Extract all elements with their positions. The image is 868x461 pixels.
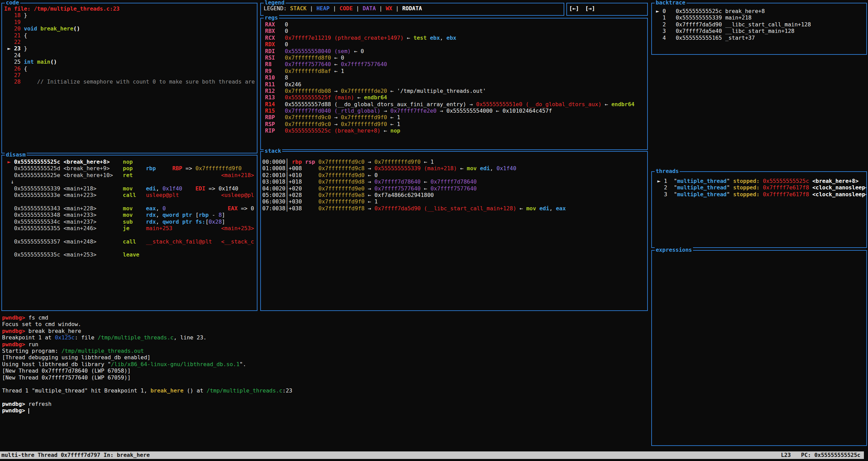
- register-row: R8 0x7ffff7577640 ← 0x7ffff7577640: [265, 61, 646, 67]
- disassembly-line: [4, 245, 255, 251]
- register-row: RBX 0: [265, 28, 646, 34]
- terminal-line: pwndbg>: [2, 407, 865, 414]
- backtrace-list: ► 0 0x55555555525c break_here+8 1 0x5555…: [652, 3, 866, 54]
- backtrace-frame-row: 3 0x7ffff7da5e40 __libc_start_main+128: [653, 28, 866, 34]
- source-code-line: 18 }: [4, 12, 255, 18]
- terminal-line: pwndbg> run: [2, 341, 865, 348]
- terminal-line: [2, 394, 865, 401]
- source-code-line: 25 int main(): [4, 59, 255, 65]
- source-code-line: ► 23 }: [4, 45, 255, 52]
- disassembly-line: 0x55555555525e <break_here+10> ret<main+…: [4, 172, 255, 178]
- disassembly-line: 0x555555555339 <main+218> mov edi, 0x1f4…: [4, 185, 255, 192]
- status-bar-right: L23PC: 0x55555555525c: [771, 451, 860, 459]
- legend-panel: legend LEGEND: STACK | HEAP | CODE | DAT…: [260, 3, 564, 16]
- stack-row: 02:0010│+010 0x7fffffffd9d0 ← 0: [262, 172, 646, 178]
- disassembly-line: [4, 198, 255, 205]
- disassembly-line: 0x55555555525d <break_here+9> pop rbp RB…: [4, 165, 255, 172]
- terminal-line: pwndbg> break break_here: [2, 328, 865, 334]
- disassembly-line: 0x55555555535c <main+253> leave: [4, 251, 255, 258]
- disassembly-line: 0x555555555348 <main+233> mov rdx, qword…: [4, 212, 255, 218]
- backtrace-frame-row: 1 0x555555555339 main+218: [653, 14, 866, 21]
- stack-row: 05:0028│+028 0x7fffffffd9e8 ← 0xf7a4866c…: [262, 192, 646, 198]
- history-back-button[interactable]: [←]: [569, 5, 579, 12]
- status-bar-left: multi-thre Thread 0x7ffff7d797 In: break…: [1, 452, 150, 458]
- status-pc: PC: 0x55555555525c: [801, 452, 860, 458]
- register-row: RBP 0x7fffffffd9c0 → 0x7fffffffd9f0 ← 1: [265, 114, 646, 121]
- status-line-number: L23: [781, 452, 791, 458]
- register-row: R15 0x7ffff7ffd040 (_rtld_global) → 0x7f…: [265, 108, 646, 114]
- source-code-line: 19: [4, 19, 255, 25]
- code-panel: code In file: /tmp/multiple_threads.c:23…: [1, 3, 257, 153]
- stack-row: 03:0018│+018 0x7fffffffd9d8 → 0x7ffff7d7…: [262, 178, 646, 185]
- register-row: R13 0x55555555525f (main) ← endbr64: [265, 94, 646, 101]
- register-row: R9 0x7fffffffd8af ← 1: [265, 68, 646, 74]
- register-row: RSP 0x7fffffffd9c0 → 0x7fffffffd9f0 ← 1: [265, 121, 646, 127]
- disassembly-line: ► 0x55555555525c <break_here+8> nop: [4, 159, 255, 165]
- status-bar: multi-thre Thread 0x7ffff7d797 In: break…: [0, 451, 864, 459]
- registers-panel: regs RAX 0RBX 0RCX 0x7ffff7e11219 (pthre…: [260, 18, 648, 150]
- register-row: RCX 0x7ffff7e11219 (pthread_create+1497)…: [265, 35, 646, 41]
- disassembly-line: 0x55555555533e <main+223> call usleep@pl…: [4, 192, 255, 198]
- terminal-line: Thread 1 "multiple_thread" hit Breakpoin…: [2, 387, 865, 394]
- disassembly-line: 0x555555555355 <main+246> je main+253<ma…: [4, 225, 255, 232]
- stack-listing: 00:0000│ rbp rsp 0x7fffffffd9c0 → 0x7fff…: [261, 152, 647, 310]
- register-row: RAX 0: [265, 21, 646, 28]
- source-code-line: In file: /tmp/multiple_threads.c:23: [4, 5, 255, 12]
- pwndbg-tui: { "panels": { "code": { "title": "code",…: [0, 0, 868, 461]
- register-row: RDX 0: [265, 41, 646, 48]
- terminal-line: [2, 381, 865, 387]
- registers-list: RAX 0RBX 0RCX 0x7ffff7e11219 (pthread_cr…: [261, 18, 647, 149]
- disassembly-line: ↓: [4, 178, 255, 185]
- terminal-line: [New Thread 0x7ffff7d78640 (LWP 67058)]: [2, 367, 865, 374]
- disassembly-line: 0x55555555534c <main+237> sub rdx, qword…: [4, 219, 255, 225]
- source-code-line: 21 {: [4, 32, 255, 39]
- register-row: RSI 0x7fffffffd8f0 ← 0: [265, 54, 646, 61]
- stack-row: 07:0038│+038 0x7fffffffd9f8 → 0x7ffff7da…: [262, 205, 646, 212]
- register-row: R11 0x246: [265, 81, 646, 88]
- disassembly-line: 0x555555555343 <main+228> mov eax, 0EAX …: [4, 205, 255, 212]
- source-code-line: 20 void break_here(): [4, 25, 255, 32]
- register-row: R12 0x7fffffffdb08 → 0x7fffffffde20 ← '/…: [265, 88, 646, 94]
- disassembly-panel: disasm ► 0x55555555525c <break_here+8> n…: [1, 155, 257, 311]
- register-row: R14 0x555555557d88 (__do_global_dtors_au…: [265, 101, 646, 108]
- disassembly-line: 0x555555555357 <main+248> call __stack_c…: [4, 238, 255, 245]
- register-row: RIP 0x55555555525c (break_here+8) ← nop: [265, 127, 646, 134]
- threads-list: ► 1 "multiple_thread" stopped: 0x5555555…: [652, 172, 866, 247]
- stack-row: 06:0030│+030 0x7fffffffd9f0 ← 1: [262, 198, 646, 205]
- terminal-line: Focus set to cmd window.: [2, 321, 865, 327]
- thread-row: 3 "multiple_thread" stopped: 0x7ffff7e61…: [654, 191, 866, 198]
- source-code-line: 26 {: [4, 65, 255, 72]
- terminal-line: [New Thread 0x7ffff7577640 (LWP 67059)]: [2, 374, 865, 381]
- terminal-line: Using host libthread_db library "/lib/x8…: [2, 361, 865, 367]
- history-controls: [←][→]: [567, 3, 647, 15]
- backtrace-panel: backtrace ► 0 0x55555555525c break_here+…: [651, 3, 867, 55]
- backtrace-frame-row: 4 0x555555555165 _start+37: [653, 35, 866, 41]
- terminal-line: Starting program: /tmp/multiple_threads.…: [2, 348, 865, 354]
- threads-panel: threads ► 1 "multiple_thread" stopped: 0…: [651, 171, 867, 248]
- command-terminal[interactable]: pwndbg> fs cmdFocus set to cmd window.pw…: [2, 314, 865, 414]
- source-code-line: 28 // Initialize semaphore with count 0 …: [4, 78, 255, 85]
- source-code-line: 22: [4, 39, 255, 45]
- source-code-line: 27: [4, 72, 255, 78]
- source-code-line: 24: [4, 52, 255, 59]
- backtrace-frame-row: 2 0x7ffff7da5d90 __libc_start_call_main+…: [653, 21, 866, 28]
- thread-row: 2 "multiple_thread" stopped: 0x7ffff7e61…: [654, 184, 866, 191]
- thread-row: ► 1 "multiple_thread" stopped: 0x5555555…: [654, 178, 866, 184]
- stack-panel: stack 00:0000│ rbp rsp 0x7fffffffd9c0 → …: [260, 151, 648, 311]
- legend-line: LEGEND: STACK | HEAP | CODE | DATA | WX …: [264, 5, 562, 12]
- terminal-line: pwndbg> refresh: [2, 401, 865, 407]
- history-forward-button[interactable]: [→]: [585, 5, 595, 12]
- history-panel: [←][→]: [566, 3, 648, 16]
- terminal-line: Breakpoint 1 at 0x125c: file /tmp/multip…: [2, 334, 865, 341]
- register-row: RDI 0x555555558040 (sem) ← 0: [265, 48, 646, 54]
- memory-legend: LEGEND: STACK | HEAP | CODE | DATA | WX …: [261, 3, 564, 15]
- terminal-line: pwndbg> fs cmd: [2, 314, 865, 321]
- disassembly-line: [4, 232, 255, 238]
- stack-row: 00:0000│ rbp rsp 0x7fffffffd9c0 → 0x7fff…: [262, 159, 646, 165]
- terminal-line: [Thread debugging using libthread_db ena…: [2, 354, 865, 361]
- register-row: R10 8: [265, 74, 646, 81]
- stack-row: 01:0008│+008 0x7fffffffd9c8 → 0x55555555…: [262, 165, 646, 172]
- backtrace-frame-row: ► 0 0x55555555525c break_here+8: [653, 8, 866, 14]
- source-code-listing: In file: /tmp/multiple_threads.c:23 18 }…: [2, 3, 257, 153]
- stack-row: 04:0020│+020 0x7fffffffd9e0 → 0x7ffff757…: [262, 185, 646, 192]
